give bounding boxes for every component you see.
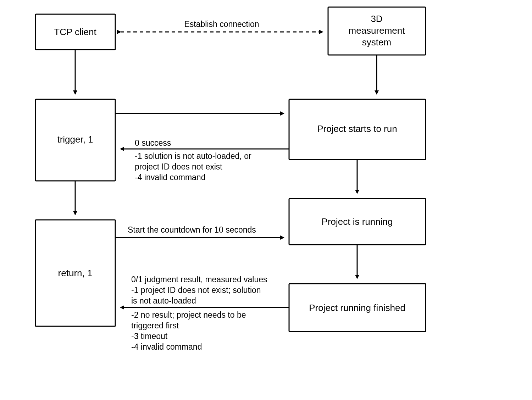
node-project-finished: Project running finished — [289, 284, 426, 332]
edge-project-starts-response-label-l3: project ID does not exist — [135, 162, 222, 171]
edge-finished-response-label-l2: -1 project ID does not exist; solution — [131, 285, 261, 295]
edge-establish-connection-label: Establish connection — [184, 20, 259, 29]
node-project-running-label: Project is running — [322, 216, 393, 227]
edge-project-starts-response-label-l4: -4 invalid command — [135, 173, 205, 182]
edge-project-starts-response-label-l2: -1 solution is not auto-loaded, or — [135, 151, 251, 161]
edge-finished-response-label-l6: -3 timeout — [131, 332, 168, 341]
edge-finished-response-label-l3: is not auto-loaded — [131, 296, 196, 305]
node-measurement-system-label-l3: system — [362, 37, 391, 48]
edge-finished-response-label-l7: -4 invalid command — [131, 342, 202, 351]
node-tcp-client-label: TCP client — [54, 27, 96, 37]
node-project-finished-label: Project running finished — [309, 302, 405, 313]
node-measurement-system-label-l1: 3D — [371, 13, 382, 24]
node-return: return, 1 — [35, 220, 115, 326]
edge-countdown-label: Start the countdown for 10 seconds — [128, 225, 256, 234]
edge-finished-response-label-l4: -2 no result; project needs to be — [131, 310, 246, 320]
edge-finished-response-label-l1: 0/1 judgment result, measured values — [131, 275, 267, 284]
node-measurement-system-label-l2: measurement — [349, 25, 405, 36]
node-project-starts-label: Project starts to run — [317, 123, 397, 134]
node-tcp-client: TCP client — [35, 14, 115, 50]
edge-finished-response-label-l5: triggered first — [131, 321, 179, 330]
edge-project-starts-response-label-l1: 0 success — [135, 138, 171, 148]
node-project-starts: Project starts to run — [289, 99, 426, 160]
node-trigger-label: trigger, 1 — [57, 134, 93, 145]
node-trigger: trigger, 1 — [35, 99, 115, 181]
node-return-label: return, 1 — [58, 268, 93, 278]
node-measurement-system: 3D measurement system — [328, 7, 426, 55]
node-project-running: Project is running — [289, 199, 426, 245]
